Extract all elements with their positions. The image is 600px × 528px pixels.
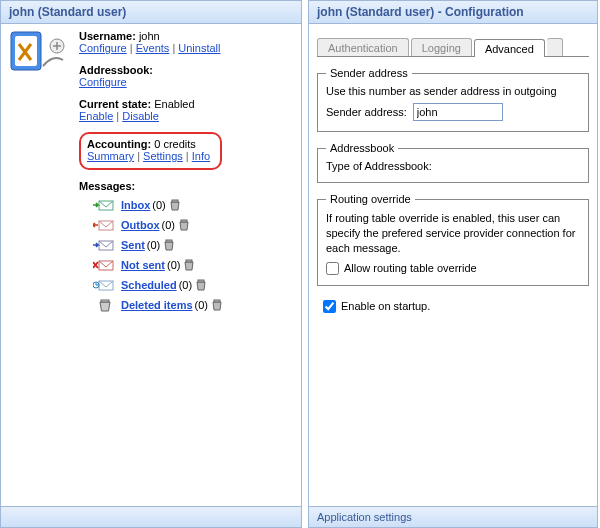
config-panel-title: john (Standard user) - Configuration	[309, 1, 597, 24]
trash-icon[interactable]	[177, 218, 191, 232]
trash-icon[interactable]	[162, 238, 176, 252]
user-panel: john (Standard user) Username: john Conf…	[0, 0, 302, 528]
tab-overflow[interactable]	[547, 38, 563, 56]
accounting-label: Accounting:	[87, 138, 151, 150]
inbox-count: (0)	[152, 199, 165, 211]
sender-address-legend: Sender address	[326, 67, 412, 79]
svg-rect-4	[172, 200, 178, 202]
folder-inbox: Inbox (0)	[79, 198, 293, 212]
config-panel-body: Authentication Logging Advanced Sender a…	[309, 24, 597, 506]
user-panel-title: john (Standard user)	[1, 1, 301, 24]
svg-rect-10	[186, 260, 192, 262]
info-link[interactable]: Info	[192, 150, 210, 162]
enable-startup-label: Enable on startup.	[341, 300, 430, 312]
config-panel: john (Standard user) - Configuration Aut…	[308, 0, 598, 528]
notsent-link[interactable]: Not sent	[121, 259, 165, 271]
addressbook-label: Addressbook:	[79, 64, 153, 76]
scheduled-link[interactable]: Scheduled	[121, 279, 177, 291]
trash-icon[interactable]	[168, 198, 182, 212]
notsent-icon	[93, 258, 117, 272]
accounting-value: 0 credits	[154, 138, 196, 150]
config-tabs: Authentication Logging Advanced	[317, 38, 589, 57]
summary-link[interactable]: Summary	[87, 150, 134, 162]
settings-link[interactable]: Settings	[143, 150, 183, 162]
routing-group: Routing override If routing table overri…	[317, 193, 589, 286]
routing-description: If routing table override is enabled, th…	[326, 211, 580, 256]
username-label: Username:	[79, 30, 136, 42]
routing-override-checkbox[interactable]	[326, 262, 339, 275]
folder-scheduled: Scheduled (0)	[79, 278, 293, 292]
outbox-icon	[93, 218, 117, 232]
deleted-link[interactable]: Deleted items	[121, 299, 193, 311]
sent-icon	[93, 238, 117, 252]
folder-sent: Sent (0)	[79, 238, 293, 252]
folder-notsent: Not sent (0)	[79, 258, 293, 272]
routing-legend: Routing override	[326, 193, 415, 205]
config-panel-footer: Application settings	[309, 506, 597, 527]
sent-link[interactable]: Sent	[121, 239, 145, 251]
routing-override-label: Allow routing table override	[344, 262, 477, 274]
deleted-count: (0)	[195, 299, 208, 311]
folder-outbox: Outbox (0)	[79, 218, 293, 232]
state-label: Current state:	[79, 98, 151, 110]
user-panel-body: Username: john Configure | Events | Unin…	[1, 24, 301, 506]
addressbook-group: Addressbook Type of Addressbook:	[317, 142, 589, 183]
events-link[interactable]: Events	[136, 42, 170, 54]
messages-label: Messages:	[79, 180, 293, 192]
enable-link[interactable]: Enable	[79, 110, 113, 122]
inbox-icon	[93, 198, 117, 212]
deleted-icon	[93, 298, 117, 312]
sender-address-group: Sender address Use this number as sender…	[317, 67, 589, 132]
svg-rect-6	[181, 220, 187, 222]
state-value: Enabled	[154, 98, 194, 110]
addressbook-configure-link[interactable]: Configure	[79, 76, 127, 88]
sender-address-input[interactable]	[413, 103, 503, 121]
notsent-count: (0)	[167, 259, 180, 271]
enable-startup-checkbox[interactable]	[323, 300, 336, 313]
trash-icon[interactable]	[210, 298, 224, 312]
scheduled-count: (0)	[179, 279, 192, 291]
accounting-highlight: Accounting: 0 credits Summary | Settings…	[79, 132, 222, 170]
user-panel-footer	[1, 506, 301, 527]
trash-icon[interactable]	[182, 258, 196, 272]
tab-advanced[interactable]: Advanced	[474, 39, 545, 57]
outbox-link[interactable]: Outbox	[121, 219, 160, 231]
svg-rect-8	[166, 240, 172, 242]
addressbook-legend: Addressbook	[326, 142, 398, 154]
username-value: john	[139, 30, 160, 42]
svg-rect-14	[101, 300, 109, 302]
uninstall-link[interactable]: Uninstall	[178, 42, 220, 54]
configure-link[interactable]: Configure	[79, 42, 127, 54]
svg-rect-13	[198, 280, 204, 282]
trash-icon[interactable]	[194, 278, 208, 292]
folder-deleted: Deleted items (0)	[79, 298, 293, 312]
user-avatar-icon	[9, 30, 73, 74]
svg-rect-15	[214, 300, 220, 302]
inbox-link[interactable]: Inbox	[121, 199, 150, 211]
addressbook-type-label: Type of Addressbook:	[326, 160, 580, 172]
tab-authentication[interactable]: Authentication	[317, 38, 409, 56]
scheduled-icon	[93, 278, 117, 292]
disable-link[interactable]: Disable	[122, 110, 159, 122]
outbox-count: (0)	[162, 219, 175, 231]
sender-address-label: Sender address:	[326, 106, 407, 118]
sender-hint: Use this number as sender address in out…	[326, 85, 580, 97]
sent-count: (0)	[147, 239, 160, 251]
tab-logging[interactable]: Logging	[411, 38, 472, 56]
